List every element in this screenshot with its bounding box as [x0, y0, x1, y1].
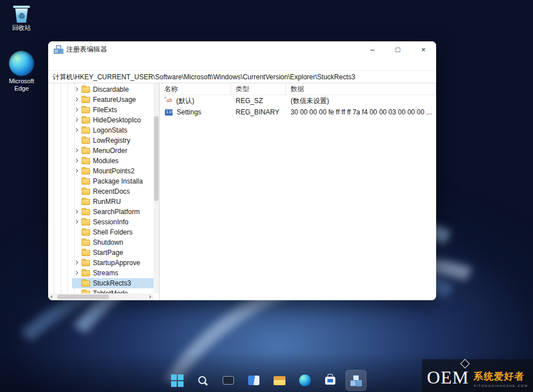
chevron-right-icon[interactable]: [73, 259, 80, 267]
value-type-icon: [164, 97, 174, 105]
store-button[interactable]: [320, 370, 341, 391]
taskbar-app-icon: [299, 374, 311, 386]
tree-item[interactable]: LogonStats: [48, 125, 153, 135]
tree-item[interactable]: FileExts: [48, 105, 153, 115]
tree-item[interactable]: Streams: [48, 268, 153, 278]
watermark-caption: XITONGAIHAOZHE.COM: [474, 384, 528, 387]
folder-icon: [82, 158, 90, 164]
chevron-right-icon[interactable]: [73, 137, 80, 144]
tree-item-label: SearchPlatform: [93, 208, 140, 216]
recycle-bin-label: 回收站: [3, 24, 40, 32]
chevron-right-icon[interactable]: [73, 270, 80, 277]
chevron-right-icon[interactable]: [73, 168, 80, 175]
chevron-right-icon[interactable]: [73, 106, 80, 114]
chevron-right-icon[interactable]: [73, 147, 80, 155]
folder-icon: [82, 127, 90, 134]
tree-item-label: StartPage: [93, 249, 123, 257]
taskbar-app-icon: [248, 376, 259, 385]
tree-item-label: Discardable: [93, 86, 129, 93]
start-button[interactable]: [167, 370, 188, 391]
tree-item[interactable]: MountPoints2: [48, 166, 153, 176]
tree-item-label: FeatureUsage: [93, 96, 136, 104]
tree-item[interactable]: SessionInfo: [48, 217, 153, 227]
edge-button[interactable]: [295, 370, 315, 391]
tree-item[interactable]: StartPage: [48, 248, 153, 258]
minimize-button[interactable]: –: [360, 41, 385, 57]
widgets-button[interactable]: [244, 370, 265, 391]
tree-horizontal-scrollbar[interactable]: [48, 293, 153, 300]
chevron-right-icon[interactable]: [73, 198, 80, 206]
tree-item[interactable]: TabletMode: [48, 288, 153, 293]
tree-item[interactable]: FeatureUsage: [48, 95, 153, 105]
chevron-right-icon[interactable]: [73, 96, 80, 104]
tree-item[interactable]: StuckRects3: [48, 278, 153, 288]
desktop: ♻ 回收站 Microsoft Edge 注册表编辑器 – □ × 计算机\HK…: [0, 0, 533, 392]
tree-item-label: Modules: [93, 157, 118, 165]
scroll-left-arrow[interactable]: [50, 295, 52, 299]
regedit-button[interactable]: [346, 370, 366, 391]
watermark-brand: OEM: [427, 368, 469, 386]
tree-item[interactable]: Modules: [48, 156, 153, 166]
value-data: 30 00 00 00 fe ff ff ff 7a f4 00 00 03 0…: [286, 108, 436, 116]
tree-item-label: RunMRU: [93, 198, 121, 206]
chevron-right-icon[interactable]: [73, 157, 80, 165]
folder-icon: [82, 97, 90, 103]
tree-vertical-scrollbar[interactable]: [153, 83, 159, 293]
registry-editor-window: 注册表编辑器 – □ × 计算机\HKEY_CURRENT_USER\Softw…: [48, 41, 436, 300]
tree-item[interactable]: Shutdown: [48, 237, 153, 248]
search-button[interactable]: [193, 370, 214, 391]
tree-item-label: StartupApprove: [93, 259, 140, 267]
recycle-bin-shortcut[interactable]: ♻ 回收站: [3, 5, 40, 32]
tree-item[interactable]: Package Installa: [48, 176, 153, 186]
scrollbar-thumb[interactable]: [154, 116, 159, 201]
folder-icon: [82, 250, 90, 256]
tree-item[interactable]: Shell Folders: [48, 227, 153, 237]
tree-item[interactable]: Discardable: [48, 84, 153, 95]
folder-icon: [82, 209, 90, 215]
tree-item[interactable]: HideDesktopIco: [48, 115, 153, 125]
chevron-right-icon[interactable]: [73, 219, 80, 226]
chevron-right-icon[interactable]: [73, 280, 80, 287]
tree-item-label: TabletMode: [93, 289, 128, 293]
scrollbar-thumb[interactable]: [57, 295, 109, 299]
tree-item[interactable]: RunMRU: [48, 197, 153, 207]
folder-icon: [82, 148, 90, 154]
tree-item-label: RecentDocs: [93, 188, 130, 195]
tree-item[interactable]: LowRegistry: [48, 135, 153, 146]
titlebar[interactable]: 注册表编辑器 – □ ×: [48, 41, 436, 57]
tree-item[interactable]: RecentDocs: [48, 186, 153, 197]
column-name[interactable]: 名称: [160, 83, 231, 95]
column-headers: 名称 类型 数据: [160, 83, 436, 95]
value-type-icon: [165, 109, 173, 116]
address-bar[interactable]: 计算机\HKEY_CURRENT_USER\Software\Microsoft…: [48, 70, 436, 83]
column-data[interactable]: 数据: [286, 83, 436, 95]
scroll-right-arrow[interactable]: [150, 295, 151, 299]
tree-item[interactable]: StartupApprove: [48, 258, 153, 268]
chevron-right-icon[interactable]: [73, 208, 80, 216]
column-type[interactable]: 类型: [231, 83, 286, 95]
recycle-bin-icon: ♻: [14, 5, 29, 23]
close-button[interactable]: ×: [411, 41, 436, 57]
chevron-right-icon[interactable]: [73, 127, 80, 134]
maximize-button[interactable]: □: [385, 41, 411, 57]
tree-item[interactable]: MenuOrder: [48, 146, 153, 156]
tree-item-label: MenuOrder: [93, 147, 127, 155]
tree-item[interactable]: SearchPlatform: [48, 207, 153, 217]
chevron-right-icon[interactable]: [73, 178, 80, 185]
file-explorer-button[interactable]: [269, 370, 290, 391]
chevron-right-icon[interactable]: [73, 229, 80, 236]
chevron-right-icon[interactable]: [73, 188, 80, 195]
edge-shortcut[interactable]: Microsoft Edge: [3, 51, 40, 92]
Settings[interactable]: Settings REG_BINARY 30 00 00 00 fe ff ff…: [160, 106, 436, 118]
(默认)[interactable]: (默认) REG_SZ (数值未设置): [160, 95, 436, 106]
folder-icon: [82, 117, 90, 123]
registry-tree-pane: Discardable FeatureUsage FileExts: [48, 83, 160, 300]
chevron-right-icon[interactable]: [73, 117, 80, 124]
tree-item-label: Package Installa: [93, 177, 143, 185]
chevron-right-icon[interactable]: [73, 86, 80, 93]
chevron-right-icon[interactable]: [73, 239, 80, 246]
chevron-right-icon[interactable]: [73, 249, 80, 257]
taskview-button[interactable]: [218, 370, 239, 391]
registry-values-list: (默认) REG_SZ (数值未设置) Settings REG_BINARY …: [160, 95, 436, 118]
value-type: REG_SZ: [231, 97, 286, 105]
